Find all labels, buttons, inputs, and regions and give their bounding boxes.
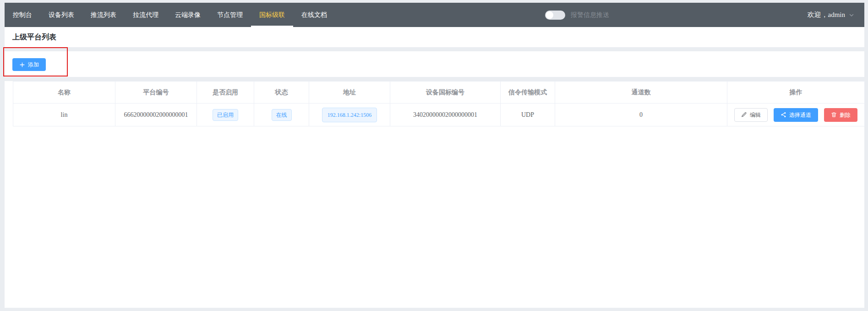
cell-platform-id: 66620000002000000001 — [115, 104, 197, 126]
column-header-transport: 信令传输模式 — [501, 82, 555, 104]
delete-button-label: 删除 — [840, 112, 851, 118]
nav-menu: 控制台 设备列表 推流列表 拉流代理 云端录像 节点管理 国标级联 在线文档 — [5, 3, 335, 27]
nav-item-node-manage[interactable]: 节点管理 — [209, 3, 251, 27]
column-header-name: 名称 — [13, 82, 115, 104]
toggle-knob — [546, 11, 553, 19]
top-navbar: 控制台 设备列表 推流列表 拉流代理 云端录像 节点管理 国标级联 在线文档 报… — [5, 3, 864, 27]
select-channel-button-label: 选择通道 — [789, 112, 811, 118]
row-actions: 编辑 选择通道 删除 — [730, 108, 862, 122]
nav-item-online-docs[interactable]: 在线文档 — [293, 3, 335, 27]
column-header-channels: 通道数 — [555, 82, 727, 104]
column-header-device-gb-id: 设备国标编号 — [390, 82, 501, 104]
cell-address: 192.168.1.242:1506 — [309, 104, 390, 126]
column-header-status: 状态 — [254, 82, 309, 104]
cell-status: 在线 — [254, 104, 309, 126]
status-badge: 在线 — [272, 109, 292, 121]
alarm-push-label: 报警信息推送 — [571, 11, 609, 19]
page-title: 上级平台列表 — [12, 33, 56, 42]
column-header-platform-id: 平台编号 — [115, 82, 197, 104]
nav-item-push-list[interactable]: 推流列表 — [82, 3, 125, 27]
cell-enabled: 已启用 — [197, 104, 254, 126]
column-header-actions: 操作 — [727, 82, 865, 104]
cell-channels: 0 — [555, 104, 727, 126]
share-icon — [781, 112, 786, 118]
platform-table-panel: 名称 平台编号 是否启用 状态 地址 设备国标编号 信令传输模式 通道数 操作 … — [5, 81, 864, 308]
toolbar: 添加 — [5, 51, 864, 77]
select-channel-button[interactable]: 选择通道 — [774, 108, 818, 122]
enabled-badge: 已启用 — [213, 109, 238, 121]
nav-item-console[interactable]: 控制台 — [5, 3, 40, 27]
nav-item-pull-proxy[interactable]: 拉流代理 — [125, 3, 167, 27]
user-menu[interactable]: 欢迎，admin — [808, 3, 855, 27]
cell-name: lin — [13, 104, 115, 126]
cell-actions: 编辑 选择通道 删除 — [727, 104, 865, 126]
alarm-push-toggle[interactable] — [545, 11, 565, 20]
table-header-row: 名称 平台编号 是否启用 状态 地址 设备国标编号 信令传输模式 通道数 操作 — [13, 82, 865, 104]
delete-button[interactable]: 删除 — [824, 108, 857, 122]
address-badge: 192.168.1.242:1506 — [322, 108, 377, 122]
column-header-address: 地址 — [309, 82, 390, 104]
cell-device-gb-id: 34020000002000000001 — [390, 104, 501, 126]
table-row: lin 66620000002000000001 已启用 在线 192.168.… — [13, 104, 865, 126]
nav-item-gb-cascade[interactable]: 国标级联 — [251, 3, 293, 27]
add-button-label: 添加 — [28, 62, 39, 67]
cell-transport: UDP — [501, 104, 555, 126]
nav-item-device-list[interactable]: 设备列表 — [40, 3, 82, 27]
chevron-down-icon — [849, 12, 854, 18]
plus-icon — [19, 62, 25, 68]
nav-item-cloud-record[interactable]: 云端录像 — [167, 3, 209, 27]
edit-button-label: 编辑 — [750, 112, 761, 118]
column-header-enabled: 是否启用 — [197, 82, 254, 104]
alarm-push-group: 报警信息推送 — [545, 3, 609, 27]
platform-table: 名称 平台编号 是否启用 状态 地址 设备国标编号 信令传输模式 通道数 操作 … — [13, 81, 865, 126]
edit-button[interactable]: 编辑 — [734, 108, 768, 122]
app-container: 控制台 设备列表 推流列表 拉流代理 云端录像 节点管理 国标级联 在线文档 报… — [5, 3, 864, 308]
add-button[interactable]: 添加 — [12, 58, 46, 71]
welcome-text: 欢迎，admin — [808, 11, 846, 19]
edit-pencil-icon — [741, 112, 747, 118]
page-header: 上级平台列表 — [5, 27, 864, 47]
trash-icon — [831, 112, 837, 118]
